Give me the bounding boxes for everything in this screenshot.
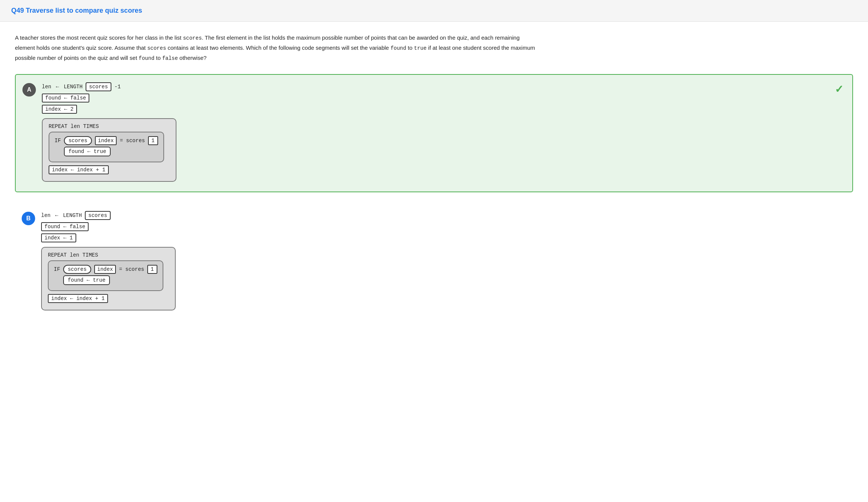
header: Q49 Traverse list to compare quiz scores xyxy=(0,0,868,22)
b-if-eq: = xyxy=(116,266,125,272)
line-b-found: found ← false xyxy=(41,222,176,231)
desc-part3: contains at least two elements. Which of… xyxy=(166,45,390,51)
line-a-index: index ← 2 xyxy=(42,105,176,114)
a-if-container: IF scores index = scores 1 found ← true xyxy=(49,132,164,162)
b-if-space1 xyxy=(91,266,94,272)
b-if-kw: IF xyxy=(54,266,63,272)
a-len-length: LENGTH xyxy=(64,84,86,90)
b-if-1-box: 1 xyxy=(147,265,157,274)
desc-scores2: scores xyxy=(147,45,166,51)
b-len-length: LENGTH xyxy=(63,212,85,218)
line-a-len: len ← LENGTH scores -1 xyxy=(42,82,176,91)
desc-part6: to xyxy=(154,55,162,61)
a-repeat-kw: REPEAT len TIMES xyxy=(49,123,99,129)
line-b-index: index ← 1 xyxy=(41,233,176,242)
desc-found2: found xyxy=(139,55,154,61)
line-a-repeat: REPEAT len TIMES IF scores index = score… xyxy=(42,116,176,182)
a-len-label: len xyxy=(42,84,51,90)
a-if-line: IF scores index = scores 1 xyxy=(55,136,158,145)
a-index-inc-box: index ← index + 1 xyxy=(49,165,109,174)
a-if-1-box: 1 xyxy=(148,136,158,145)
option-a-label: A xyxy=(22,83,36,97)
desc-false1: false xyxy=(162,55,178,61)
a-if-scores2: scores xyxy=(126,138,148,144)
description: A teacher stores the most recent quiz sc… xyxy=(15,33,538,63)
a-len-scores-box: scores xyxy=(86,82,111,91)
option-a-code: len ← LENGTH scores -1 found ← false ind… xyxy=(42,82,176,184)
a-if-space1 xyxy=(92,138,95,144)
b-len-label: len xyxy=(41,212,50,218)
option-b-code: len ← LENGTH scores found ← false index … xyxy=(41,211,176,313)
b-if-line: IF scores index = scores 1 xyxy=(54,265,157,274)
b-found-true-box: found ← true xyxy=(63,275,110,285)
b-repeat-header: REPEAT len TIMES xyxy=(48,252,169,258)
correct-checkmark: ✓ xyxy=(835,83,843,95)
desc-found1: found xyxy=(391,45,406,51)
line-b-len: len ← LENGTH scores xyxy=(41,211,176,220)
b-index-inc-line: index ← index + 1 xyxy=(48,294,169,303)
b-if-container: IF scores index = scores 1 found ← true xyxy=(48,260,163,291)
a-found-true-line: found ← true xyxy=(55,147,158,156)
main-content: A teacher stores the most recent quiz sc… xyxy=(0,22,868,343)
a-len-minus1: -1 xyxy=(111,84,121,90)
a-if-index-box: index xyxy=(95,136,117,145)
b-repeat-kw: REPEAT len TIMES xyxy=(48,252,98,258)
option-a-block: A ✓ len ← LENGTH scores -1 found ← false… xyxy=(15,74,853,192)
b-if-scores1: scores xyxy=(63,265,91,274)
a-if-scores1: scores xyxy=(64,136,92,145)
desc-scores1: scores xyxy=(183,35,201,41)
desc-part7: otherwise? xyxy=(178,55,207,61)
line-b-repeat: REPEAT len TIMES IF scores index = score… xyxy=(41,245,176,310)
b-found-box: found ← false xyxy=(41,222,89,231)
b-if-scores2: scores xyxy=(125,266,147,272)
b-repeat-container: REPEAT len TIMES IF scores index = score… xyxy=(41,247,176,310)
b-if-index-box: index xyxy=(94,265,116,274)
a-repeat-header: REPEAT len TIMES xyxy=(49,123,170,129)
b-found-true-line: found ← true xyxy=(54,275,157,285)
a-index-box: index ← 2 xyxy=(42,105,77,114)
b-index-box: index ← 1 xyxy=(41,233,76,242)
a-repeat-container: REPEAT len TIMES IF scores index = score… xyxy=(42,118,176,182)
page-title: Q49 Traverse list to compare quiz scores xyxy=(11,7,142,14)
desc-true1: true xyxy=(414,45,427,51)
option-b-block: B len ← LENGTH scores found ← false inde… xyxy=(15,203,853,320)
a-index-inc-line: index ← index + 1 xyxy=(49,165,170,174)
a-if-eq: = xyxy=(117,138,126,144)
a-found-true-box: found ← true xyxy=(64,147,111,156)
a-found-box: found ← false xyxy=(42,94,89,102)
b-len-scores-box: scores xyxy=(85,211,110,220)
a-if-kw: IF xyxy=(55,138,64,144)
desc-part4: to xyxy=(406,45,414,51)
line-a-found: found ← false xyxy=(42,94,176,102)
b-len-arrow: ← xyxy=(52,212,61,218)
option-b-label: B xyxy=(22,212,35,225)
b-index-inc-box: index ← index + 1 xyxy=(48,294,108,303)
desc-part1: A teacher stores the most recent quiz sc… xyxy=(15,34,183,41)
a-len-arrow: ← xyxy=(53,84,62,90)
